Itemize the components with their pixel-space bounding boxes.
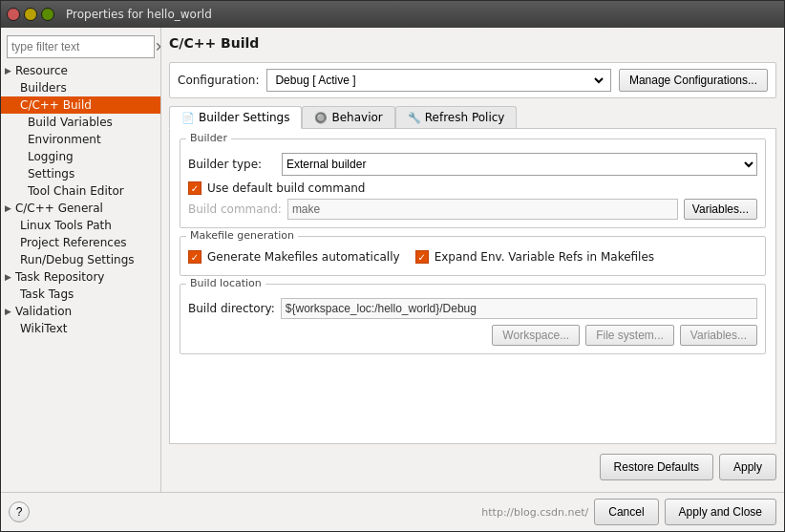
generate-makefiles-label: Generate Makefiles automatically (207, 250, 400, 264)
variables-button-2[interactable]: Variables... (680, 325, 757, 346)
generate-makefiles-row: ✓ Generate Makefiles automatically (188, 250, 400, 264)
expand-env-row: ✓ Expand Env. Variable Refs in Makefiles (415, 250, 654, 264)
build-cmd-row: Build command: Variables... (188, 199, 757, 220)
sidebar-item-label: Builders (20, 81, 67, 95)
sidebar-item-run-debug-settings[interactable]: Run/Debug Settings (1, 251, 160, 268)
use-default-cmd-checkbox[interactable]: ✓ (188, 181, 202, 195)
footer-url: http://blog.csdn.net/ (481, 506, 588, 519)
sidebar-item-cpp-build[interactable]: C/C++ Build (1, 96, 160, 114)
sidebar-item-validation[interactable]: ▶ Validation (1, 303, 160, 320)
makefile-options-row: ✓ Generate Makefiles automatically ✓ Exp… (188, 250, 757, 267)
build-location-legend: Build location (186, 277, 265, 289)
titlebar: Properties for hello_world (1, 1, 784, 28)
builder-type-select[interactable]: External builderCDT Internal Builder (282, 153, 757, 176)
build-cmd-input[interactable] (287, 199, 678, 220)
makefile-legend: Makefile generation (186, 229, 298, 242)
sidebar-item-label: Task Repository (15, 270, 105, 284)
sidebar-item-label: Linux Tools Path (20, 219, 112, 232)
build-location-buttons: Workspace... File system... Variables... (188, 325, 757, 346)
footer-right: http://blog.csdn.net/ Cancel Apply and C… (481, 499, 776, 525)
sidebar-item-settings[interactable]: Settings (1, 165, 160, 182)
tab-behavior[interactable]: 🔘 Behavior (302, 106, 394, 128)
config-dropdown[interactable]: Debug [ Active ] (271, 73, 605, 88)
config-label: Configuration: (178, 74, 259, 87)
tab-label: Builder Settings (199, 111, 289, 124)
footer: ? http://blog.csdn.net/ Cancel Apply and… (1, 492, 784, 531)
filesystem-button[interactable]: File system... (585, 325, 674, 346)
filter-clear-icon[interactable]: ✕ (155, 39, 161, 54)
sidebar-item-label: Tool Chain Editor (28, 184, 124, 198)
tab-label: Behavior (331, 111, 382, 124)
sidebar-item-logging[interactable]: Logging (1, 148, 160, 165)
builder-type-row: Builder type: External builderCDT Intern… (188, 153, 757, 176)
expand-icon: ▶ (5, 307, 11, 316)
build-location-section: Build location Build directory: Workspac… (180, 284, 766, 354)
sidebar-item-label: Validation (15, 305, 72, 318)
sidebar-item-task-repository[interactable]: ▶ Task Repository (1, 268, 160, 286)
variables-button[interactable]: Variables... (684, 199, 757, 220)
close-button[interactable] (7, 8, 20, 21)
content-area: Builder Builder type: External builderCD… (169, 129, 776, 444)
tabs-row: 📄 Builder Settings 🔘 Behavior 🔧 Refresh … (169, 106, 776, 129)
sidebar-item-label: Run/Debug Settings (20, 253, 135, 266)
builder-type-label: Builder type: (188, 158, 274, 171)
build-dir-row: Build directory: (188, 298, 757, 319)
sidebar-item-label: Environment (28, 133, 101, 146)
minimize-button[interactable] (24, 8, 37, 21)
sidebar-item-label: C/C++ General (15, 202, 103, 215)
restore-defaults-button[interactable]: Restore Defaults (600, 454, 713, 480)
tab-label: Refresh Policy (425, 111, 505, 124)
config-select[interactable]: Debug [ Active ] (266, 69, 610, 92)
apply-button[interactable]: Apply (719, 454, 776, 480)
sidebar-item-linux-tools-path[interactable]: Linux Tools Path (1, 217, 160, 234)
expand-icon: ▶ (5, 66, 11, 75)
config-row: Configuration: Debug [ Active ] Manage C… (169, 62, 776, 98)
sidebar-item-label: Project References (20, 236, 127, 249)
help-button[interactable]: ? (9, 501, 30, 522)
footer-left: ? (9, 501, 30, 522)
generate-makefiles-checkbox[interactable]: ✓ (188, 250, 202, 264)
titlebar-buttons (7, 8, 54, 21)
main-content: ✕ ▶ Resource Builders C/C++ Build Build … (1, 28, 784, 492)
sidebar-item-tool-chain-editor[interactable]: Tool Chain Editor (1, 182, 160, 200)
use-default-cmd-row: ✓ Use default build command (188, 181, 757, 195)
sidebar-item-environment[interactable]: Environment (1, 131, 160, 148)
sidebar-item-label: Logging (28, 150, 74, 163)
expand-env-label: Expand Env. Variable Refs in Makefiles (435, 250, 654, 264)
sidebar-item-build-variables[interactable]: Build Variables (1, 114, 160, 131)
sidebar-item-task-tags[interactable]: Task Tags (1, 286, 160, 303)
sidebar-item-resource[interactable]: ▶ Resource (1, 62, 160, 79)
panel-title: C/C++ Build (169, 35, 776, 54)
apply-and-close-button[interactable]: Apply and Close (665, 499, 776, 525)
sidebar-item-label: Task Tags (20, 287, 74, 301)
use-default-cmd-label: Use default build command (207, 181, 366, 195)
sidebar-item-cpp-general[interactable]: ▶ C/C++ General (1, 200, 160, 217)
build-dir-input[interactable] (281, 298, 757, 319)
filter-box[interactable]: ✕ (7, 35, 155, 58)
makefile-section: Makefile generation ✓ Generate Makefiles… (180, 236, 766, 276)
window-title: Properties for hello_world (66, 8, 212, 21)
builder-legend: Builder (186, 132, 231, 144)
manage-configurations-button[interactable]: Manage Configurations... (619, 69, 768, 92)
sidebar-item-project-references[interactable]: Project References (1, 234, 160, 251)
builder-settings-tab-icon: 📄 (181, 112, 195, 124)
filter-input[interactable] (11, 40, 155, 53)
workspace-button[interactable]: Workspace... (492, 325, 580, 346)
sidebar-item-label: Build Variables (28, 116, 113, 129)
cancel-button[interactable]: Cancel (594, 499, 658, 525)
sidebar-item-wikitext[interactable]: WikiText (1, 320, 160, 337)
behavior-tab-icon: 🔘 (314, 112, 328, 124)
sidebar-item-label: C/C++ Build (20, 98, 92, 112)
build-cmd-label: Build command: (188, 202, 282, 216)
tab-builder-settings[interactable]: 📄 Builder Settings (169, 106, 302, 129)
main-window: Properties for hello_world ✕ ▶ Resource … (0, 0, 785, 532)
expand-icon: ▶ (5, 203, 11, 213)
sidebar-item-builders[interactable]: Builders (1, 79, 160, 96)
maximize-button[interactable] (41, 8, 54, 21)
sidebar: ✕ ▶ Resource Builders C/C++ Build Build … (1, 28, 161, 492)
builder-section: Builder Builder type: External builderCD… (180, 138, 766, 228)
expand-icon: ▶ (5, 272, 11, 282)
expand-env-checkbox[interactable]: ✓ (415, 250, 429, 264)
tab-refresh-policy[interactable]: 🔧 Refresh Policy (395, 106, 518, 128)
sidebar-item-label: WikiText (20, 322, 68, 335)
